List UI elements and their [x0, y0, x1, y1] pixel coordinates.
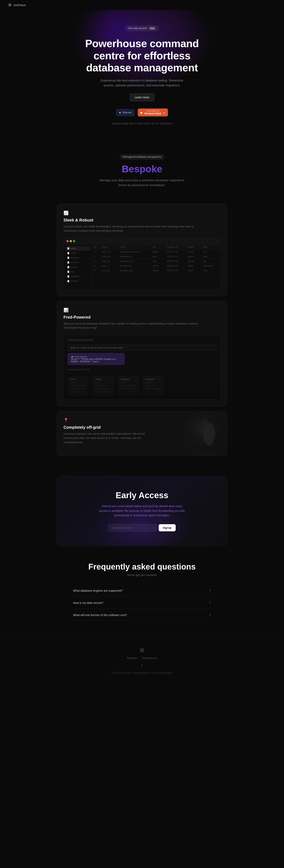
fake-db-table-area: id name email role created_at status pla… — [92, 244, 220, 289]
svg-point-16 — [206, 422, 206, 423]
producthunt-badge[interactable]: ▶ FEATURED ON Product Hunt ▲ — [138, 108, 168, 117]
faq-expand-icon-2: + — [209, 600, 211, 605]
faq-question-3[interactable]: What will one license of this software c… — [73, 609, 211, 621]
fred-gradient-overlay — [64, 367, 220, 399]
faq-item-3: What will one license of this software c… — [73, 609, 211, 621]
faq-section: Frequently asked questions We've got you… — [65, 562, 219, 621]
ph-featured-text: FEATURED ON — [144, 110, 161, 112]
hero-join-btn[interactable]: Join — [148, 27, 156, 30]
fred-chat-bubble: ✨ Fred suggests: SELECT * FROM users WHE… — [68, 353, 125, 365]
signup-button[interactable]: Signup — [158, 524, 176, 531]
faq-expand-icon-3: + — [209, 613, 211, 617]
col-status[interactable]: status — [186, 244, 202, 249]
feature-desc-fred: Meet your personal database assistant Fr… — [64, 322, 202, 330]
fake-table: id name email role created_at status pla… — [92, 244, 220, 273]
col-name[interactable]: name — [100, 244, 118, 249]
dot-red — [67, 240, 69, 242]
early-access-section: Early Access Submit your email details b… — [49, 476, 235, 546]
feature-desc-offgrid: cmd.haus maintains one server that handl… — [64, 432, 149, 444]
feature-title-fred: Fred-Powered — [64, 315, 220, 320]
footer-link-early-access[interactable]: Early Access — [142, 656, 157, 659]
feature-card-fred: 📊 Fred-Powered Meet your personal databa… — [57, 301, 227, 406]
early-access-card: Early Access Submit your email details b… — [57, 476, 227, 546]
sidebar-item-events[interactable]: 📋 events — [65, 265, 90, 270]
fake-db-sidebar: 📋 users 📋 orders 📋 products 📋 sessions 📋… — [64, 244, 92, 289]
fake-db-container: 📋 users 📋 orders 📋 products 📋 sessions 📋… — [64, 244, 220, 289]
feature-card-sleek: 📈 Sleek & Robust Using the latest, and s… — [57, 204, 227, 296]
faq-question-text-3: What will one license of this software c… — [73, 613, 127, 617]
feature-desc-sleek: Using the latest, and stable technologie… — [64, 224, 202, 233]
table-row[interactable]: 2bob_devbob@dev.iouser2024-01-14activefr… — [92, 254, 220, 259]
faq-list: What database engines are supported? + H… — [73, 585, 211, 621]
ph-text-group: FEATURED ON Product Hunt — [144, 110, 161, 115]
globe-container — [182, 411, 227, 456]
footer-x-icon[interactable]: ✕ — [8, 663, 276, 668]
discord-icon: ● — [119, 111, 121, 114]
sidebar-item-logs[interactable]: 📋 logs — [65, 270, 90, 274]
logo-text: cmd.haus — [13, 3, 26, 7]
svg-point-12 — [205, 439, 206, 440]
discord-label: Discord — [122, 111, 132, 114]
svg-point-10 — [210, 432, 211, 432]
footer-link-features[interactable]: Features — [127, 656, 137, 659]
footer-logo-symbol: ⌘ — [8, 648, 276, 653]
fred-ui-area: cmd.haus assistant Write me a query to g… — [64, 335, 220, 399]
sidebar-item-users[interactable]: 📋 users — [65, 246, 90, 251]
nav-logo[interactable]: ⌘ cmd.haus — [8, 3, 26, 7]
col-email[interactable]: email — [118, 244, 150, 249]
ea-form: Signup — [65, 524, 219, 531]
footer-links: Features Early Access — [8, 656, 276, 659]
fake-titlebar — [64, 238, 220, 244]
table-row[interactable]: 1alice_proalice@example.comadmin2024-01-… — [92, 249, 220, 254]
footer: ⌘ Features Early Access ✕ © 2024 cmd.hau… — [0, 637, 284, 680]
hero-headline: Powerhouse command centre for effortless… — [77, 38, 207, 74]
svg-point-13 — [209, 426, 210, 427]
col-id[interactable]: id — [92, 244, 100, 249]
learn-more-button[interactable]: Learn more — [130, 93, 154, 101]
faq-question-2[interactable]: How is my data secure? + — [73, 597, 211, 609]
bespoke-description: Manage your data and enjoy a seamless de… — [99, 178, 185, 188]
table-row[interactable]: 3carol_mcarol@co.comuser2024-02-01inacti… — [92, 259, 220, 263]
svg-point-15 — [212, 430, 212, 431]
feature-db-ui: 📋 users 📋 orders 📋 products 📋 sessions 📋… — [64, 238, 220, 289]
faq-question-text-2: How is my data secure? — [73, 601, 103, 604]
col-created[interactable]: created_at — [165, 244, 186, 249]
sidebar-item-orders[interactable]: 📋 orders — [65, 251, 90, 255]
faq-subtitle: We've got you covered! — [73, 574, 211, 577]
hero-section: Get early access! Join Powerhouse comman… — [0, 0, 284, 138]
dot-yellow — [70, 240, 72, 242]
col-plan[interactable]: plan — [202, 244, 220, 249]
feature-icon-chart: 📈 — [64, 211, 220, 215]
hero-support-text: Supports Apple Silicon Chip, macOS 10.13… — [112, 122, 172, 125]
faq-question-text-1: What database engines are supported? — [73, 589, 123, 592]
sidebar-item-settings[interactable]: 📋 settings — [65, 279, 90, 283]
svg-point-11 — [207, 436, 208, 436]
globe-svg — [182, 411, 227, 456]
email-field[interactable] — [108, 524, 157, 531]
svg-point-9 — [208, 430, 209, 430]
bespoke-title: Bespoke — [8, 163, 276, 175]
svg-point-14 — [204, 433, 204, 434]
sidebar-item-migrations[interactable]: 📋 migrations — [65, 274, 90, 279]
feature-icon-bar: 📊 — [64, 308, 220, 312]
table-row[interactable]: 5eve_syseve@sys.orgviewer2024-02-22activ… — [92, 268, 220, 273]
hero-badge-text: Get early access! — [128, 27, 147, 30]
faq-item-2: How is my data secure? + — [73, 597, 211, 609]
sidebar-item-products[interactable]: 📋 products — [65, 255, 90, 260]
dot-green — [73, 240, 75, 242]
ph-icon: ▶ — [141, 111, 143, 114]
faq-title: Frequently asked questions — [73, 562, 211, 571]
faq-question-1[interactable]: What database engines are supported? + — [73, 585, 211, 596]
fred-input-mock: Write me a query to get all users from t… — [68, 345, 216, 351]
ea-subtitle: Submit your email details below and you'… — [97, 504, 187, 518]
discord-badge[interactable]: ● Discord — [116, 109, 135, 116]
sidebar-item-sessions[interactable]: 📋 sessions — [65, 260, 90, 265]
fred-header-label: cmd.haus assistant — [68, 339, 216, 341]
table-row[interactable]: 4dave_xdave@x.netadmin2024-02-10activeen… — [92, 263, 220, 268]
faq-expand-icon-1: + — [209, 588, 211, 593]
col-role[interactable]: role — [150, 244, 165, 249]
logo-icon: ⌘ — [8, 3, 12, 7]
footer-copyright: © 2024 cmd.haus . All right reserved. Th… — [8, 672, 276, 674]
ph-label: Product Hunt — [144, 112, 161, 115]
navbar: ⌘ cmd.haus — [0, 0, 284, 10]
